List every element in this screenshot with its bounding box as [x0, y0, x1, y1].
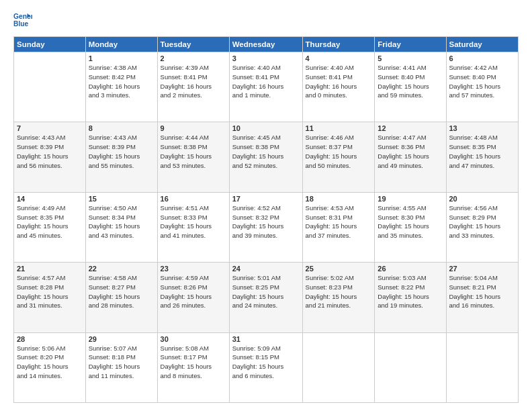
- header-day: Saturday: [446, 37, 519, 52]
- calendar-header: SundayMondayTuesdayWednesdayThursdayFrid…: [14, 37, 519, 52]
- logo-icon: General Blue: [13, 11, 32, 30]
- day-info: Sunrise: 4:41 AMSunset: 8:40 PMDaylight:…: [378, 63, 443, 100]
- day-info: Sunrise: 4:40 AMSunset: 8:41 PMDaylight:…: [232, 63, 300, 100]
- calendar-cell: 17Sunrise: 4:52 AMSunset: 8:32 PMDayligh…: [229, 192, 302, 262]
- calendar-week-row: 21Sunrise: 4:57 AMSunset: 8:28 PMDayligh…: [14, 263, 519, 332]
- calendar-cell: 18Sunrise: 4:53 AMSunset: 8:31 PMDayligh…: [302, 192, 375, 262]
- page: General Blue SundayMondayTuesdayWednesda…: [0, 0, 532, 411]
- calendar-cell: 25Sunrise: 5:02 AMSunset: 8:23 PMDayligh…: [302, 263, 375, 332]
- day-info: Sunrise: 4:59 AMSunset: 8:26 PMDaylight:…: [161, 273, 226, 310]
- day-number: 22: [89, 265, 154, 273]
- day-info: Sunrise: 4:39 AMSunset: 8:41 PMDaylight:…: [161, 63, 226, 100]
- day-number: 7: [17, 124, 83, 132]
- header-day: Tuesday: [157, 37, 229, 52]
- calendar-table: SundayMondayTuesdayWednesdayThursdayFrid…: [13, 36, 519, 403]
- day-info: Sunrise: 4:55 AMSunset: 8:30 PMDaylight:…: [378, 203, 443, 240]
- calendar-cell: 23Sunrise: 4:59 AMSunset: 8:26 PMDayligh…: [157, 263, 229, 332]
- calendar-cell: 5Sunrise: 4:41 AMSunset: 8:40 PMDaylight…: [375, 52, 446, 122]
- calendar-cell: 15Sunrise: 4:50 AMSunset: 8:34 PMDayligh…: [85, 192, 157, 262]
- day-number: 31: [232, 335, 300, 343]
- day-number: 6: [449, 54, 516, 62]
- calendar-cell: 12Sunrise: 4:47 AMSunset: 8:36 PMDayligh…: [375, 122, 446, 192]
- day-number: 20: [449, 195, 516, 203]
- header-day: Thursday: [302, 37, 375, 52]
- calendar-cell: 9Sunrise: 4:44 AMSunset: 8:38 PMDaylight…: [157, 122, 229, 192]
- calendar-cell: 19Sunrise: 4:55 AMSunset: 8:30 PMDayligh…: [375, 192, 446, 262]
- day-info: Sunrise: 5:08 AMSunset: 8:17 PMDaylight:…: [161, 344, 226, 381]
- day-info: Sunrise: 5:02 AMSunset: 8:23 PMDaylight:…: [306, 273, 372, 310]
- day-number: 14: [17, 195, 83, 203]
- day-number: 25: [306, 265, 372, 273]
- header-row: SundayMondayTuesdayWednesdayThursdayFrid…: [14, 37, 519, 52]
- day-number: 19: [378, 195, 443, 203]
- day-info: Sunrise: 4:47 AMSunset: 8:36 PMDaylight:…: [378, 133, 443, 170]
- day-info: Sunrise: 5:03 AMSunset: 8:22 PMDaylight:…: [378, 273, 443, 310]
- day-number: 29: [89, 335, 154, 343]
- calendar-cell: 7Sunrise: 4:43 AMSunset: 8:39 PMDaylight…: [14, 122, 86, 192]
- calendar-cell: 29Sunrise: 5:07 AMSunset: 8:18 PMDayligh…: [85, 332, 157, 402]
- calendar-cell: 24Sunrise: 5:01 AMSunset: 8:25 PMDayligh…: [229, 263, 302, 332]
- day-info: Sunrise: 4:49 AMSunset: 8:35 PMDaylight:…: [17, 203, 83, 240]
- svg-text:Blue: Blue: [13, 20, 29, 28]
- day-number: 10: [232, 124, 300, 132]
- day-info: Sunrise: 5:06 AMSunset: 8:20 PMDaylight:…: [17, 344, 83, 381]
- day-number: 23: [161, 265, 226, 273]
- day-number: 28: [17, 335, 83, 343]
- calendar-cell: [302, 332, 375, 402]
- day-info: Sunrise: 5:07 AMSunset: 8:18 PMDaylight:…: [89, 344, 154, 381]
- day-number: 30: [161, 335, 226, 343]
- calendar-body: 1Sunrise: 4:38 AMSunset: 8:42 PMDaylight…: [14, 52, 519, 403]
- day-info: Sunrise: 4:43 AMSunset: 8:39 PMDaylight:…: [17, 133, 83, 170]
- calendar-cell: 13Sunrise: 4:48 AMSunset: 8:35 PMDayligh…: [446, 122, 519, 192]
- header-day: Friday: [375, 37, 446, 52]
- calendar-cell: [446, 332, 519, 402]
- day-info: Sunrise: 4:42 AMSunset: 8:40 PMDaylight:…: [449, 63, 516, 100]
- header-day: Sunday: [14, 37, 86, 52]
- day-number: 16: [161, 195, 226, 203]
- calendar-cell: 8Sunrise: 4:43 AMSunset: 8:39 PMDaylight…: [85, 122, 157, 192]
- day-info: Sunrise: 4:57 AMSunset: 8:28 PMDaylight:…: [17, 273, 83, 310]
- calendar-cell: 26Sunrise: 5:03 AMSunset: 8:22 PMDayligh…: [375, 263, 446, 332]
- calendar-cell: 14Sunrise: 4:49 AMSunset: 8:35 PMDayligh…: [14, 192, 86, 262]
- calendar-week-row: 1Sunrise: 4:38 AMSunset: 8:42 PMDaylight…: [14, 52, 519, 122]
- calendar-week-row: 7Sunrise: 4:43 AMSunset: 8:39 PMDaylight…: [14, 122, 519, 192]
- calendar-cell: 31Sunrise: 5:09 AMSunset: 8:15 PMDayligh…: [229, 332, 302, 402]
- day-info: Sunrise: 4:58 AMSunset: 8:27 PMDaylight:…: [89, 273, 154, 310]
- calendar-cell: 4Sunrise: 4:40 AMSunset: 8:41 PMDaylight…: [302, 52, 375, 122]
- day-number: 11: [306, 124, 372, 132]
- day-info: Sunrise: 5:04 AMSunset: 8:21 PMDaylight:…: [449, 273, 516, 310]
- header-day: Monday: [85, 37, 157, 52]
- day-number: 24: [232, 265, 300, 273]
- calendar-cell: [14, 52, 86, 122]
- calendar-cell: 21Sunrise: 4:57 AMSunset: 8:28 PMDayligh…: [14, 263, 86, 332]
- calendar-week-row: 14Sunrise: 4:49 AMSunset: 8:35 PMDayligh…: [14, 192, 519, 262]
- day-info: Sunrise: 4:44 AMSunset: 8:38 PMDaylight:…: [161, 133, 226, 170]
- logo: General Blue: [13, 11, 35, 30]
- day-info: Sunrise: 5:09 AMSunset: 8:15 PMDaylight:…: [232, 344, 300, 381]
- day-number: 3: [232, 54, 300, 62]
- day-number: 9: [161, 124, 226, 132]
- day-number: 26: [378, 265, 443, 273]
- day-number: 5: [378, 54, 443, 62]
- day-number: 4: [306, 54, 372, 62]
- calendar-cell: 16Sunrise: 4:51 AMSunset: 8:33 PMDayligh…: [157, 192, 229, 262]
- calendar-cell: 6Sunrise: 4:42 AMSunset: 8:40 PMDaylight…: [446, 52, 519, 122]
- day-number: 15: [89, 195, 154, 203]
- day-info: Sunrise: 4:52 AMSunset: 8:32 PMDaylight:…: [232, 203, 300, 240]
- calendar-cell: 20Sunrise: 4:56 AMSunset: 8:29 PMDayligh…: [446, 192, 519, 262]
- calendar-cell: 28Sunrise: 5:06 AMSunset: 8:20 PMDayligh…: [14, 332, 86, 402]
- calendar-cell: 11Sunrise: 4:46 AMSunset: 8:37 PMDayligh…: [302, 122, 375, 192]
- header: General Blue: [13, 11, 519, 30]
- day-info: Sunrise: 4:40 AMSunset: 8:41 PMDaylight:…: [306, 63, 372, 100]
- day-number: 12: [378, 124, 443, 132]
- day-number: 27: [449, 265, 516, 273]
- calendar-week-row: 28Sunrise: 5:06 AMSunset: 8:20 PMDayligh…: [14, 332, 519, 402]
- day-info: Sunrise: 5:01 AMSunset: 8:25 PMDaylight:…: [232, 273, 300, 310]
- calendar-cell: 2Sunrise: 4:39 AMSunset: 8:41 PMDaylight…: [157, 52, 229, 122]
- day-number: 17: [232, 195, 300, 203]
- day-info: Sunrise: 4:45 AMSunset: 8:38 PMDaylight:…: [232, 133, 300, 170]
- day-info: Sunrise: 4:48 AMSunset: 8:35 PMDaylight:…: [449, 133, 516, 170]
- day-number: 21: [17, 265, 83, 273]
- calendar-cell: 1Sunrise: 4:38 AMSunset: 8:42 PMDaylight…: [85, 52, 157, 122]
- calendar-cell: 10Sunrise: 4:45 AMSunset: 8:38 PMDayligh…: [229, 122, 302, 192]
